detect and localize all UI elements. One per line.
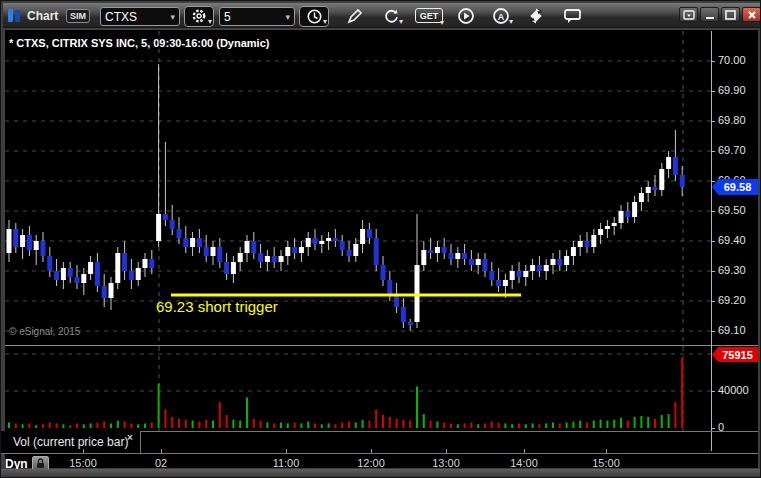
close-icon (747, 10, 757, 20)
price-tick (711, 241, 715, 242)
pencil-icon (346, 8, 363, 25)
maximize-icon (725, 10, 736, 20)
volume-tab-close-button[interactable]: × (127, 432, 133, 443)
price-tick (711, 331, 715, 332)
gear-icon (191, 8, 208, 25)
price-tick-label: 69.30 (718, 264, 746, 277)
price-tick-label: 69.90 (718, 84, 746, 97)
volume-tick-label: 0 (718, 421, 724, 434)
last-price-tag: 69.58 (712, 179, 758, 195)
sim-mode-badge: SIM (66, 9, 90, 23)
symbol-settings-button[interactable]: ▾ (184, 6, 214, 27)
play-icon (457, 7, 475, 25)
interval-value: 5 (224, 10, 231, 24)
symbol-value: CTXS (105, 10, 137, 24)
get-label: GET (420, 11, 439, 21)
time-axis-line (1, 453, 758, 454)
volume-tick (711, 391, 715, 392)
draw-tool-button[interactable] (343, 8, 365, 25)
price-tick (711, 121, 715, 122)
title-bar[interactable]: Chart SIM CTXS ▾ ▾ 5 ▾ ▾ (3, 3, 760, 28)
chevron-down-icon: ▾ (440, 19, 444, 27)
auto-scale-button[interactable]: A ▾ (489, 7, 513, 25)
price-tick-label: 69.40 (718, 234, 746, 247)
time-tick (83, 449, 84, 453)
interval-combobox[interactable]: 5 ▾ (219, 7, 295, 26)
volume-tab-label: Vol (current price bar) (13, 435, 128, 449)
diamond-swap-icon (527, 7, 545, 25)
price-tick (711, 151, 715, 152)
refresh-arrow-icon (383, 8, 400, 25)
volume-indicator-tab[interactable]: Vol (current price bar) × (1, 431, 140, 453)
pane-separator[interactable] (5, 345, 758, 346)
dock-options-button[interactable] (679, 7, 698, 22)
speech-bubble-icon (563, 7, 583, 25)
letter-a-circle-icon: A (492, 7, 510, 25)
price-tick-label: 70.00 (718, 54, 746, 67)
volume-chart-canvas[interactable] (5, 347, 711, 431)
reload-data-button[interactable]: ▾ (379, 8, 403, 25)
price-tick-label: 69.80 (718, 114, 746, 127)
minimize-button[interactable] (700, 7, 719, 22)
chevron-down-icon: ▾ (285, 12, 290, 22)
esignal-watermark: © eSignal, 2015 (9, 326, 80, 337)
price-tick (711, 301, 715, 302)
time-tick-label: 13:00 (432, 457, 460, 469)
maximize-button[interactable] (721, 7, 740, 22)
lock-icon (36, 458, 45, 469)
time-tick (524, 449, 525, 453)
chevron-down-icon: ▾ (208, 18, 212, 26)
price-tick-label: 69.10 (718, 324, 746, 337)
link-transfer-button[interactable] (525, 7, 547, 25)
window-title: Chart (27, 9, 58, 23)
last-volume-tag: 75915 (712, 347, 758, 362)
play-replay-button[interactable] (455, 7, 477, 25)
price-tick (711, 271, 715, 272)
time-tick (371, 449, 372, 453)
chart-window: Chart SIM CTXS ▾ ▾ 5 ▾ ▾ (0, 0, 761, 478)
time-tick-label: 15:00 (592, 457, 620, 469)
comment-note-button[interactable] (561, 7, 585, 25)
volume-tick (711, 428, 715, 429)
time-tick-label: 02 (155, 457, 167, 469)
price-tick-label: 69.20 (718, 294, 746, 307)
chevron-down-icon: ▾ (323, 18, 327, 26)
app-icon (7, 8, 23, 23)
price-tick-label: 69.50 (718, 204, 746, 217)
window-bottom-frame (1, 469, 761, 478)
time-tick-label: 12:00 (357, 457, 385, 469)
price-tick-label: 69.70 (718, 144, 746, 157)
dock-window-icon (683, 10, 695, 20)
time-template-button[interactable]: ▾ (299, 6, 329, 27)
symbol-combobox[interactable]: CTXS ▾ (100, 7, 180, 26)
time-tick (446, 449, 447, 453)
vol-tab-right-border (140, 431, 141, 453)
price-tick (711, 61, 715, 62)
time-tick (286, 449, 287, 453)
chevron-down-icon: ▾ (399, 18, 403, 26)
volume-tick-label: 40000 (718, 384, 749, 397)
close-button[interactable] (742, 7, 761, 22)
price-tick (711, 91, 715, 92)
volume-pane-bottom-line (140, 431, 758, 432)
svg-text:A: A (498, 12, 505, 22)
minimize-icon (705, 10, 715, 20)
time-tick-label: 15:00 (69, 457, 97, 469)
chevron-down-icon: ▾ (509, 18, 513, 26)
price-tick (711, 211, 715, 212)
get-data-button[interactable]: GET ▾ (415, 8, 443, 23)
time-tick (606, 449, 607, 453)
trigger-annotation-label: 69.23 short trigger (156, 298, 278, 315)
time-tick-label: 14:00 (510, 457, 538, 469)
clock-icon (306, 8, 323, 25)
chevron-down-icon: ▾ (170, 12, 175, 22)
time-tick-label: 11:00 (273, 457, 300, 469)
price-tick (711, 181, 715, 182)
price-chart-canvas[interactable]: 69.23 short trigger (5, 31, 711, 347)
time-tick (161, 449, 162, 453)
